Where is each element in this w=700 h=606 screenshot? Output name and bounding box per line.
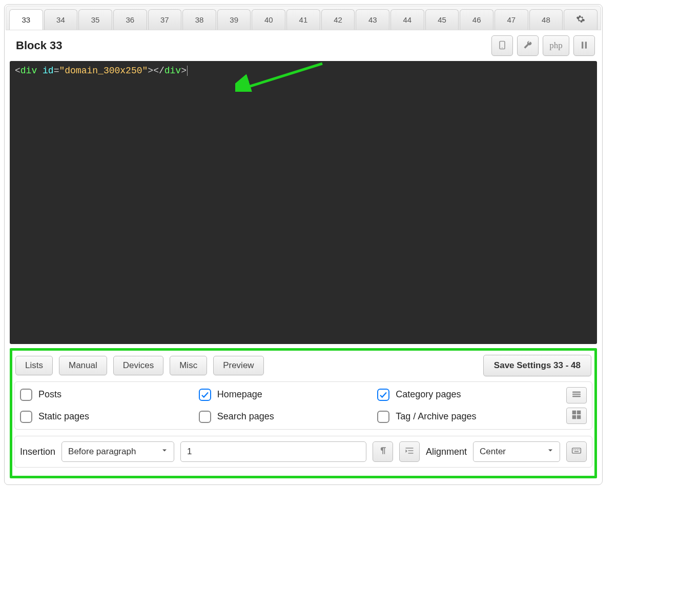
- grid-view-button[interactable]: [566, 408, 587, 424]
- code-token: >: [181, 66, 187, 76]
- posts-checkbox-row: Posts: [20, 389, 199, 401]
- page-type-side-icons: [556, 387, 587, 424]
- tab-36[interactable]: 36: [113, 9, 147, 30]
- php-toggle-button[interactable]: php: [543, 35, 569, 56]
- code-token: div: [164, 66, 181, 76]
- code-token: id: [43, 66, 54, 76]
- tab-38[interactable]: 38: [182, 9, 216, 30]
- search-pages-label: Search pages: [217, 411, 274, 422]
- pause-button[interactable]: [573, 35, 595, 56]
- lists-button[interactable]: Lists: [15, 356, 53, 375]
- save-settings-button[interactable]: Save Settings 33 - 48: [483, 355, 591, 376]
- svg-rect-12: [573, 450, 574, 451]
- insertion-label: Insertion: [20, 447, 55, 457]
- annotation-arrow-icon: [235, 61, 327, 92]
- tab-34[interactable]: 34: [44, 9, 78, 30]
- insertion-position-select[interactable]: Before paragraph: [61, 441, 174, 462]
- hamburger-icon: [571, 389, 582, 401]
- tools-button[interactable]: [517, 35, 539, 56]
- svg-rect-8: [578, 416, 581, 419]
- insertion-panel: Insertion Before paragraph 1: [14, 436, 592, 468]
- svg-rect-2: [582, 42, 583, 48]
- php-label: php: [549, 41, 563, 51]
- search-checkbox-row: Search pages: [199, 411, 378, 423]
- posts-checkbox[interactable]: [20, 389, 32, 401]
- tag-archive-checkbox-row: Tag / Archive pages: [377, 411, 556, 423]
- header-row: Block 33 php: [6, 30, 601, 61]
- code-token: =: [54, 66, 59, 76]
- alignment-value: Center: [480, 447, 506, 457]
- tab-43[interactable]: 43: [356, 9, 389, 30]
- homepage-checkbox[interactable]: [199, 389, 211, 401]
- tab-46[interactable]: 46: [460, 9, 493, 30]
- device-preview-button[interactable]: [491, 35, 513, 56]
- code-token: domain_300x250: [65, 66, 142, 76]
- svg-rect-7: [572, 416, 575, 419]
- manual-button[interactable]: Manual: [59, 356, 107, 375]
- indent-button[interactable]: [399, 441, 420, 462]
- gear-icon: [576, 14, 585, 25]
- text-cursor: [187, 66, 188, 76]
- chevron-down-icon: [160, 447, 169, 457]
- svg-rect-11: [572, 448, 581, 453]
- list-view-button[interactable]: [566, 387, 587, 403]
- category-label: Category pages: [396, 389, 461, 400]
- tab-47[interactable]: 47: [495, 9, 528, 30]
- paragraph-button[interactable]: [373, 441, 393, 462]
- tab-44[interactable]: 44: [390, 9, 424, 30]
- code-editor[interactable]: <div id="domain_300x250"></div>: [10, 61, 597, 344]
- indent-icon: [404, 446, 415, 458]
- tab-41[interactable]: 41: [286, 9, 320, 30]
- homepage-checkbox-row: Homepage: [199, 389, 378, 401]
- svg-rect-13: [575, 450, 577, 451]
- page-types-panel: Posts Homepage Category pages: [14, 381, 592, 430]
- block-title: Block 33: [16, 39, 63, 52]
- code-token: </: [153, 66, 164, 76]
- svg-rect-15: [579, 450, 580, 451]
- paragraph-number-value: 1: [187, 447, 192, 457]
- tab-45[interactable]: 45: [425, 9, 459, 30]
- tab-48[interactable]: 48: [529, 9, 563, 30]
- tab-settings[interactable]: [564, 9, 598, 30]
- code-token: div: [20, 66, 37, 76]
- chevron-down-icon: [546, 447, 554, 457]
- tab-33[interactable]: 33: [9, 9, 43, 30]
- misc-button[interactable]: Misc: [170, 356, 207, 375]
- wrench-icon: [523, 40, 533, 52]
- code-token: ": [142, 66, 148, 76]
- devices-button[interactable]: Devices: [113, 356, 163, 375]
- grid-icon: [571, 410, 582, 422]
- posts-label: Posts: [38, 389, 61, 400]
- header-tools: php: [491, 35, 595, 56]
- code-token: <: [15, 66, 20, 76]
- static-pages-label: Static pages: [38, 411, 89, 422]
- code-token: >: [148, 66, 153, 76]
- alignment-select[interactable]: Center: [473, 441, 560, 462]
- pilcrow-icon: [378, 446, 388, 458]
- code-token: [37, 66, 43, 76]
- static-checkbox-row: Static pages: [20, 411, 199, 423]
- pause-icon: [579, 40, 589, 52]
- keyboard-button[interactable]: [566, 441, 587, 462]
- svg-rect-14: [577, 450, 578, 451]
- category-checkbox[interactable]: [377, 389, 389, 401]
- preview-button[interactable]: Preview: [213, 356, 263, 375]
- paragraph-number-input[interactable]: 1: [180, 441, 366, 462]
- action-button-row: Lists Manual Devices Misc Preview Save S…: [14, 353, 592, 381]
- tab-40[interactable]: 40: [252, 9, 285, 30]
- tag-archive-checkbox[interactable]: [377, 411, 389, 423]
- highlight-annotation: Lists Manual Devices Misc Preview Save S…: [10, 348, 597, 478]
- category-checkbox-row: Category pages: [377, 389, 556, 401]
- tab-35[interactable]: 35: [78, 9, 112, 30]
- tablet-icon: [497, 40, 507, 52]
- tab-39[interactable]: 39: [217, 9, 251, 30]
- tab-37[interactable]: 37: [148, 9, 182, 30]
- tab-42[interactable]: 42: [321, 9, 355, 30]
- search-pages-checkbox[interactable]: [199, 411, 211, 423]
- svg-line-4: [245, 64, 322, 88]
- svg-rect-16: [574, 451, 579, 452]
- static-pages-checkbox[interactable]: [20, 411, 32, 423]
- svg-point-1: [502, 47, 503, 48]
- keyboard-icon: [571, 446, 582, 458]
- code-token: ": [59, 66, 65, 76]
